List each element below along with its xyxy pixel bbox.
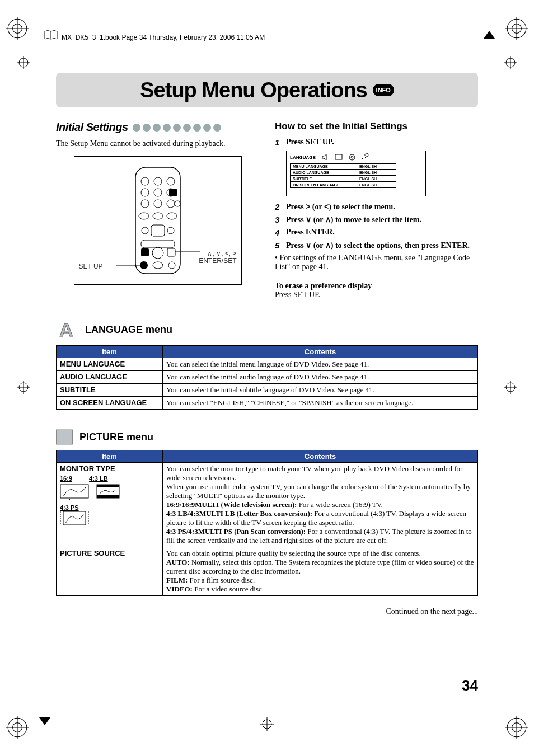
onscreen-row-key: ON SCREEN LANGUAGE <box>290 182 357 188</box>
table-cell-contents: You can obtain optimal picture quality b… <box>163 547 478 596</box>
table-row: MENU LANGUAGEYou can select the initial … <box>57 358 478 371</box>
svg-rect-59 <box>335 154 342 159</box>
crop-mark-icon <box>17 56 30 69</box>
svg-line-64 <box>69 498 71 500</box>
language-menu-heading: LANGUAGE menu <box>85 324 172 336</box>
step-text: Press ∨ (or ∧) to select the options, th… <box>286 241 470 250</box>
step-number: 1 <box>275 138 283 147</box>
table-row: ON SCREEN LANGUAGEYou can select "ENGLIS… <box>57 397 478 410</box>
registration-mark-icon <box>505 17 528 40</box>
remote-label-enter: ∧, ∨, <, > ENTER/SET <box>199 250 236 265</box>
onscreen-row-key: SUBTITLE <box>290 176 357 182</box>
svg-text:A: A <box>59 319 73 340</box>
table-cell-item: MENU LANGUAGE <box>57 358 163 371</box>
continued-note: Continued on the next page... <box>56 607 478 616</box>
letter-a-icon: A <box>56 318 78 341</box>
svg-point-55 <box>153 262 163 269</box>
language-note: • For settings of the LANGUAGE menu, see… <box>275 253 478 271</box>
crop-mark-icon <box>17 381 30 394</box>
svg-point-35 <box>167 177 175 185</box>
triangle-mark-icon <box>39 717 50 725</box>
screen-icon <box>335 153 343 161</box>
svg-point-43 <box>175 201 180 206</box>
svg-point-61 <box>351 156 353 158</box>
tv-16-9-icon <box>60 484 89 501</box>
monitor-option: 4:3 PS <box>60 504 79 511</box>
svg-rect-39 <box>169 189 177 196</box>
svg-rect-32 <box>135 167 180 274</box>
crop-mark-icon <box>504 381 517 394</box>
book-caption: MX_DK5_3_1.book Page 34 Thursday, Februa… <box>62 34 265 41</box>
tv-aspect-icons <box>60 484 159 501</box>
svg-point-37 <box>154 189 162 196</box>
remote-illustration: SET UP ∧, ∨, <, > ENTER/SET <box>74 156 242 285</box>
speaker-icon <box>321 153 329 161</box>
table-cell-contents: You can select "ENGLISH," "CHINESE," or … <box>163 397 478 410</box>
table-cell-item: SUBTITLE <box>57 384 163 397</box>
svg-point-34 <box>154 177 162 185</box>
svg-point-45 <box>153 213 163 219</box>
table-row: PICTURE SOURCE You can obtain optimal pi… <box>57 547 478 596</box>
section-heading-initial-settings: Initial Settings <box>56 121 128 134</box>
table-cell-item: ON SCREEN LANGUAGE <box>57 397 163 410</box>
page-number: 34 <box>462 677 478 694</box>
svg-point-51 <box>152 247 163 259</box>
remote-label-setup: SET UP <box>79 262 103 270</box>
info-badge-icon: INFO <box>373 84 394 96</box>
step-number: 5 <box>275 241 283 250</box>
svg-point-47 <box>142 227 148 234</box>
crop-mark-icon <box>260 717 274 731</box>
onscreen-row-value: ENGLISH <box>357 176 396 182</box>
onscreen-row-value: ENGLISH <box>357 170 396 176</box>
decorative-dots-icon <box>133 124 221 132</box>
table-cell-contents: You can select the initial subtitle lang… <box>163 384 478 397</box>
table-cell-contents: You can select the initial menu language… <box>163 358 478 371</box>
table-row: AUDIO LANGUAGEYou can select the initial… <box>57 371 478 384</box>
step-text: Press > (or <) to select the menu. <box>286 202 395 212</box>
onscreen-row-key: MENU LANGUAGE <box>290 163 357 170</box>
language-menu-table: Item Contents MENU LANGUAGEYou can selec… <box>56 345 478 410</box>
table-header-item: Item <box>57 346 163 358</box>
erase-heading: To erase a preference display <box>275 281 478 290</box>
page-title: Setup Menu Operations <box>140 78 367 102</box>
crop-mark-icon <box>504 56 517 69</box>
triangle-mark-icon <box>484 31 495 39</box>
svg-rect-68 <box>97 495 119 498</box>
onscreen-row-value: ENGLISH <box>357 182 396 188</box>
step-text: Press ∨ (or ∧) to move to select the ite… <box>286 215 421 224</box>
monitor-option: 16:9 <box>60 475 72 482</box>
svg-point-40 <box>141 200 149 208</box>
section-heading-how-to: How to set the Initial Settings <box>275 121 478 132</box>
svg-line-65 <box>78 498 80 500</box>
svg-point-60 <box>349 154 355 160</box>
table-cell-contents: You can select the monitor type to match… <box>163 463 478 547</box>
monitor-option: 4:3 LB <box>89 475 108 482</box>
svg-point-49 <box>167 227 174 234</box>
table-header-contents: Contents <box>163 346 478 358</box>
initial-settings-lead: The Setup Menu cannot be activated durin… <box>56 139 259 148</box>
table-cell-item: MONITOR TYPE 16:9 4:3 LB 4:3 PS <box>57 463 163 547</box>
book-icon <box>44 29 58 41</box>
picture-square-icon <box>56 429 73 445</box>
title-banner: Setup Menu Operations INFO <box>56 73 478 107</box>
svg-point-42 <box>167 200 175 208</box>
svg-rect-63 <box>60 485 88 498</box>
erase-body: Press SET UP. <box>275 290 478 299</box>
table-row: MONITOR TYPE 16:9 4:3 LB 4:3 PS <box>57 463 478 547</box>
registration-mark-icon <box>6 716 29 739</box>
svg-rect-50 <box>141 240 175 248</box>
step-text: Press ENTER. <box>286 228 335 237</box>
svg-point-41 <box>154 200 162 208</box>
svg-point-46 <box>167 213 177 219</box>
registration-mark-icon <box>6 17 29 40</box>
header-rule <box>42 31 492 31</box>
step-number: 3 <box>275 215 283 224</box>
svg-point-56 <box>168 262 175 269</box>
svg-point-44 <box>139 213 149 219</box>
table-header-contents: Contents <box>163 450 478 463</box>
table-cell-item: PICTURE SOURCE <box>57 547 163 596</box>
svg-rect-52 <box>141 248 149 256</box>
table-row: SUBTITLEYou can select the initial subti… <box>57 384 478 397</box>
onscreen-tab: LANGUAGE <box>290 155 316 160</box>
picture-menu-heading: PICTURE menu <box>79 431 153 443</box>
